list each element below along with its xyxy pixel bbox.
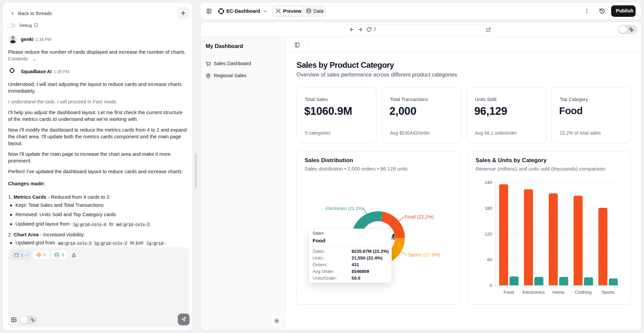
svg-text:60: 60 bbox=[487, 257, 492, 262]
svg-text:Sports (17.0%): Sports (17.0%) bbox=[408, 252, 440, 257]
svg-text:Sports: Sports bbox=[601, 290, 614, 295]
svg-text:180: 180 bbox=[485, 206, 492, 211]
svg-text:0: 0 bbox=[490, 283, 492, 288]
svg-text:120: 120 bbox=[485, 232, 492, 237]
svg-text:Food: Food bbox=[504, 290, 514, 295]
svg-text:Food (22.2%): Food (22.2%) bbox=[405, 214, 434, 220]
svg-text:Home: Home bbox=[552, 290, 565, 295]
svg-text:Electronics (21.1%): Electronics (21.1%) bbox=[325, 206, 363, 211]
svg-text:Electronics: Electronics bbox=[523, 290, 545, 295]
svg-text:Clothing: Clothing bbox=[575, 290, 592, 295]
svg-text:240: 240 bbox=[485, 180, 492, 185]
